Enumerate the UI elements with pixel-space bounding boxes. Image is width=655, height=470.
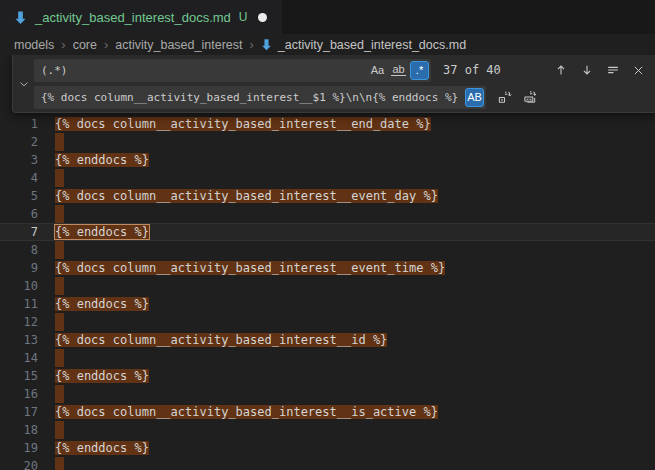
breadcrumb-item-file[interactable]: _activity_based_interest_docs.md — [260, 38, 466, 52]
line-content — [55, 241, 64, 259]
line-content: {% docs column__activity_based_interest_… — [55, 187, 438, 205]
line-content — [55, 169, 64, 187]
editor-line[interactable]: 5{% docs column__activity_based_interest… — [0, 187, 655, 205]
editor-line[interactable]: 20 — [0, 457, 655, 470]
regex-button[interactable]: .* — [410, 61, 429, 80]
whole-word-icon: ab — [391, 64, 405, 76]
next-match-button[interactable] — [576, 60, 597, 81]
tab-filename: _activity_based_interest_docs.md — [35, 10, 231, 25]
line-number: 7 — [0, 223, 38, 241]
breadcrumb-filename: _activity_based_interest_docs.md — [278, 38, 466, 52]
find-match-highlight: {% docs column__activity_based_interest_… — [55, 405, 438, 419]
arrow-up-icon — [554, 63, 568, 77]
find-match-highlight: {% enddocs %} — [55, 153, 149, 167]
editor-pane[interactable]: 1{% docs column__activity_based_interest… — [0, 55, 655, 470]
breadcrumb-item-activity-based-interest[interactable]: activity_based_interest — [114, 38, 243, 52]
line-content: {% enddocs %} — [55, 151, 149, 169]
find-match-highlight: {% docs column__activity_based_interest_… — [55, 333, 387, 347]
tab-activity-based-interest-docs[interactable]: _activity_based_interest_docs.md U — [0, 0, 282, 34]
selection-lines-icon — [606, 63, 620, 77]
editor-line[interactable]: 6 — [0, 205, 655, 223]
line-number: 9 — [0, 259, 38, 277]
line-number: 3 — [0, 151, 38, 169]
preserve-case-button[interactable]: AB — [465, 88, 484, 107]
whole-word-button[interactable]: ab — [389, 61, 408, 80]
line-number: 4 — [0, 169, 38, 187]
editor-line[interactable]: 14 — [0, 349, 655, 367]
find-match-highlight — [55, 277, 64, 295]
editor-line[interactable]: 7{% enddocs %} — [0, 223, 655, 241]
editor-line[interactable]: 1{% docs column__activity_based_interest… — [0, 115, 655, 133]
line-content — [55, 349, 64, 367]
replace-value-text: {% docs column__activity_based_interest_… — [34, 91, 465, 104]
replace-input[interactable]: {% docs column__activity_based_interest_… — [34, 86, 486, 109]
line-number: 8 — [0, 241, 38, 259]
editor-line[interactable]: 16 — [0, 385, 655, 403]
editor-lines: 1{% docs column__activity_based_interest… — [0, 55, 655, 470]
git-status-badge: U — [239, 10, 248, 24]
editor-line[interactable]: 8 — [0, 241, 655, 259]
line-content — [55, 313, 64, 331]
line-content — [55, 277, 64, 295]
toggle-replace-button[interactable] — [13, 55, 34, 112]
match-count: 37 of 40 — [443, 63, 501, 77]
line-content: {% enddocs %} — [55, 367, 149, 385]
close-button[interactable] — [628, 60, 649, 81]
editor-line[interactable]: 2 — [0, 133, 655, 151]
find-match-highlight — [55, 457, 64, 470]
line-number: 16 — [0, 385, 38, 403]
editor-line[interactable]: 13{% docs column__activity_based_interes… — [0, 331, 655, 349]
vscode-window: _activity_based_interest_docs.md U model… — [0, 0, 655, 470]
replace-all-button[interactable] — [520, 87, 541, 108]
line-number: 2 — [0, 133, 38, 151]
find-in-selection-button[interactable] — [602, 60, 623, 81]
editor-line[interactable]: 17{% docs column__activity_based_interes… — [0, 403, 655, 421]
find-row: (.*) Aa ab .* 37 of 40 — [34, 59, 649, 82]
unsaved-changes-dot-icon[interactable] — [258, 13, 267, 22]
breadcrumb-separator: › — [104, 37, 108, 52]
editor-line[interactable]: 12 — [0, 313, 655, 331]
line-content: {% docs column__activity_based_interest_… — [55, 259, 445, 277]
line-content: {% enddocs %} — [55, 439, 149, 457]
markdown-file-icon — [260, 38, 273, 51]
preserve-case-icon: AB — [467, 91, 482, 103]
markdown-file-icon — [13, 10, 28, 25]
line-number: 13 — [0, 331, 38, 349]
line-content — [55, 205, 64, 223]
editor-line[interactable]: 9{% docs column__activity_based_interest… — [0, 259, 655, 277]
line-number: 20 — [0, 457, 38, 470]
line-number: 5 — [0, 187, 38, 205]
replace-button[interactable] — [494, 87, 515, 108]
breadcrumb-item-core[interactable]: core — [72, 38, 98, 52]
previous-match-button[interactable] — [550, 60, 571, 81]
breadcrumb-item-models[interactable]: models — [13, 38, 55, 52]
find-match-highlight: {% enddocs %} — [55, 297, 149, 311]
replace-icon — [497, 90, 512, 105]
find-match-highlight — [55, 421, 64, 439]
arrow-down-icon — [580, 63, 594, 77]
find-input[interactable]: (.*) Aa ab .* — [34, 59, 431, 82]
find-match-highlight: {% docs column__activity_based_interest_… — [55, 117, 431, 131]
editor-line[interactable]: 15{% enddocs %} — [0, 367, 655, 385]
find-match-highlight — [55, 241, 64, 259]
breadcrumb-separator: › — [61, 37, 65, 52]
find-match-highlight — [55, 169, 64, 187]
editor-line[interactable]: 11{% enddocs %} — [0, 295, 655, 313]
find-match-highlight — [55, 205, 64, 223]
line-number: 10 — [0, 277, 38, 295]
editor-line[interactable]: 19{% enddocs %} — [0, 439, 655, 457]
line-content: {% docs column__activity_based_interest_… — [55, 115, 431, 133]
find-match-highlight — [55, 385, 64, 403]
line-number: 6 — [0, 205, 38, 223]
editor-line[interactable]: 3{% enddocs %} — [0, 151, 655, 169]
match-case-button[interactable]: Aa — [368, 61, 387, 80]
find-match-highlight — [55, 313, 64, 331]
find-match-highlight — [55, 349, 64, 367]
editor-line[interactable]: 10 — [0, 277, 655, 295]
editor-line[interactable]: 18 — [0, 421, 655, 439]
line-content: {% docs column__activity_based_interest_… — [55, 403, 438, 421]
line-content: {% enddocs %} — [55, 223, 149, 241]
find-match-highlight: {% enddocs %} — [55, 441, 149, 455]
editor-line[interactable]: 4 — [0, 169, 655, 187]
line-content: {% docs column__activity_based_interest_… — [55, 331, 387, 349]
